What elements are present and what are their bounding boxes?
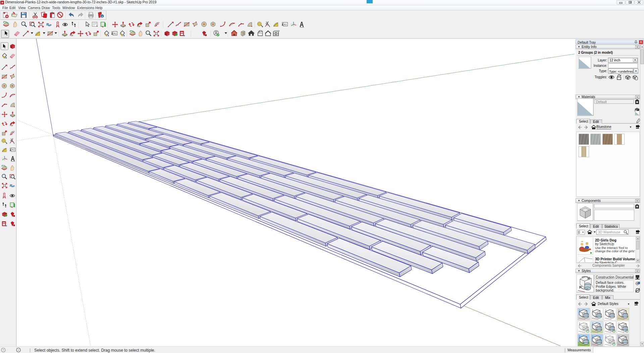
svg-text:A1: A1 <box>113 32 116 35</box>
svg-text:i: i <box>18 348 19 352</box>
svg-text:A1: A1 <box>12 148 15 151</box>
svg-text:A1: A1 <box>284 23 287 26</box>
svg-text:OP: OP <box>578 232 580 234</box>
svg-text:?: ? <box>2 348 4 352</box>
